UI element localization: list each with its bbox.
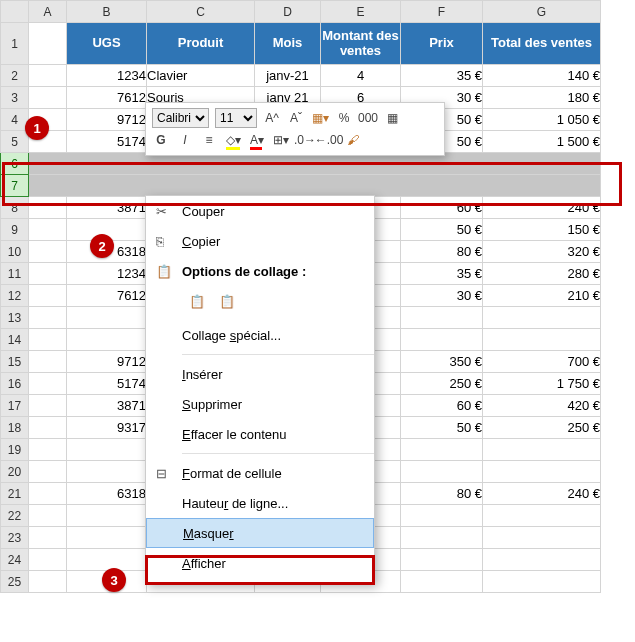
column-header[interactable] — [1, 1, 29, 23]
cell[interactable]: 1 050 € — [483, 109, 601, 131]
cell[interactable]: 50 € — [401, 219, 483, 241]
cell[interactable] — [29, 219, 67, 241]
cell[interactable]: 420 € — [483, 395, 601, 417]
cell[interactable]: 1234 — [67, 65, 147, 87]
menu-show[interactable]: Afficher — [146, 548, 374, 578]
column-header[interactable]: B — [67, 1, 147, 23]
accounting-format-icon[interactable]: ▦▾ — [311, 109, 329, 127]
cell[interactable] — [483, 439, 601, 461]
cell[interactable] — [67, 527, 147, 549]
row-header[interactable]: 24 — [1, 549, 29, 571]
column-header[interactable]: E — [321, 1, 401, 23]
cell[interactable] — [67, 329, 147, 351]
cell[interactable] — [483, 527, 601, 549]
row-header[interactable]: 11 — [1, 263, 29, 285]
cell[interactable] — [401, 439, 483, 461]
cell[interactable] — [29, 461, 67, 483]
row-header[interactable]: 5 — [1, 131, 29, 153]
font-size-select[interactable]: 11 — [215, 108, 257, 128]
cell[interactable]: 150 € — [483, 219, 601, 241]
column-header[interactable]: A — [29, 1, 67, 23]
cell[interactable] — [29, 505, 67, 527]
cell[interactable]: Clavier — [147, 65, 255, 87]
cell[interactable] — [29, 285, 67, 307]
column-header[interactable]: C — [147, 1, 255, 23]
row-header[interactable]: 7 — [1, 175, 29, 197]
header-cell[interactable] — [29, 23, 67, 65]
row-header[interactable]: 15 — [1, 351, 29, 373]
align-icon[interactable]: ≡ — [200, 131, 218, 149]
cell[interactable]: 1 500 € — [483, 131, 601, 153]
bold-button[interactable]: G — [152, 131, 170, 149]
cell[interactable]: 3871 — [67, 395, 147, 417]
cell[interactable] — [401, 461, 483, 483]
cell[interactable] — [483, 505, 601, 527]
cell[interactable]: 7612 — [67, 87, 147, 109]
cell[interactable] — [29, 439, 67, 461]
cell[interactable] — [29, 87, 67, 109]
menu-hide[interactable]: Masquer — [146, 518, 374, 548]
row-header[interactable]: 14 — [1, 329, 29, 351]
row-header[interactable]: 19 — [1, 439, 29, 461]
cell[interactable]: 180 € — [483, 87, 601, 109]
cell[interactable]: 60 € — [401, 197, 483, 219]
paste-icon-1[interactable]: 📋 — [186, 290, 208, 312]
cell[interactable]: 320 € — [483, 241, 601, 263]
menu-insert[interactable]: Insérer — [146, 359, 374, 389]
cell[interactable] — [401, 549, 483, 571]
cell[interactable]: 140 € — [483, 65, 601, 87]
cell[interactable]: 4 — [321, 65, 401, 87]
menu-copy[interactable]: ⎘ Copier — [146, 226, 374, 256]
cell[interactable]: 5174 — [67, 373, 147, 395]
cell[interactable] — [401, 571, 483, 593]
cell[interactable] — [483, 307, 601, 329]
menu-clear-contents[interactable]: Effacer le contenu — [146, 419, 374, 449]
cell[interactable] — [29, 197, 67, 219]
cell[interactable] — [29, 395, 67, 417]
header-cell[interactable]: UGS — [67, 23, 147, 65]
header-cell[interactable]: Montant des ventes — [321, 23, 401, 65]
cell[interactable]: 80 € — [401, 241, 483, 263]
cell[interactable] — [67, 307, 147, 329]
cell[interactable] — [401, 505, 483, 527]
column-headers[interactable]: ABCDEFG — [1, 1, 601, 23]
comma-style-icon[interactable]: 000 — [359, 109, 377, 127]
column-header[interactable]: F — [401, 1, 483, 23]
cell[interactable]: 6318 — [67, 483, 147, 505]
row-header[interactable]: 20 — [1, 461, 29, 483]
cell[interactable]: 5174 — [67, 131, 147, 153]
cell[interactable]: 50 € — [401, 417, 483, 439]
cell[interactable]: 35 € — [401, 65, 483, 87]
cell[interactable]: 9712 — [67, 351, 147, 373]
cell[interactable] — [401, 307, 483, 329]
row-header[interactable]: 3 — [1, 87, 29, 109]
row-header[interactable]: 18 — [1, 417, 29, 439]
increase-font-icon[interactable]: A^ — [263, 109, 281, 127]
row-header[interactable]: 12 — [1, 285, 29, 307]
borders-icon[interactable]: ⊞▾ — [272, 131, 290, 149]
format-painter-icon[interactable]: 🖌 — [344, 131, 362, 149]
cell[interactable] — [483, 329, 601, 351]
row-header[interactable]: 8 — [1, 197, 29, 219]
italic-button[interactable]: I — [176, 131, 194, 149]
row-header[interactable]: 9 — [1, 219, 29, 241]
cell[interactable] — [401, 527, 483, 549]
cell[interactable]: 280 € — [483, 263, 601, 285]
cell[interactable] — [67, 439, 147, 461]
increase-decimal-icon[interactable]: .0→ — [296, 131, 314, 149]
column-header[interactable]: G — [483, 1, 601, 23]
cell[interactable]: 250 € — [483, 417, 601, 439]
menu-format-cells[interactable]: ⊟ Format de cellule — [146, 458, 374, 488]
row-header[interactable]: 23 — [1, 527, 29, 549]
cell[interactable]: 210 € — [483, 285, 601, 307]
row-header[interactable]: 13 — [1, 307, 29, 329]
font-color-icon[interactable]: A▾ — [248, 131, 266, 149]
mini-toolbar[interactable]: Calibri 11 A^ Aˇ ▦▾ % 000 ▦ G I ≡ ◇▾ A▾ … — [145, 102, 445, 156]
cell[interactable] — [67, 505, 147, 527]
header-cell[interactable]: Mois — [255, 23, 321, 65]
menu-cut[interactable]: ✂ Couper — [146, 196, 374, 226]
column-header[interactable]: D — [255, 1, 321, 23]
font-select[interactable]: Calibri — [152, 108, 209, 128]
cell[interactable]: 700 € — [483, 351, 601, 373]
cell[interactable] — [29, 351, 67, 373]
